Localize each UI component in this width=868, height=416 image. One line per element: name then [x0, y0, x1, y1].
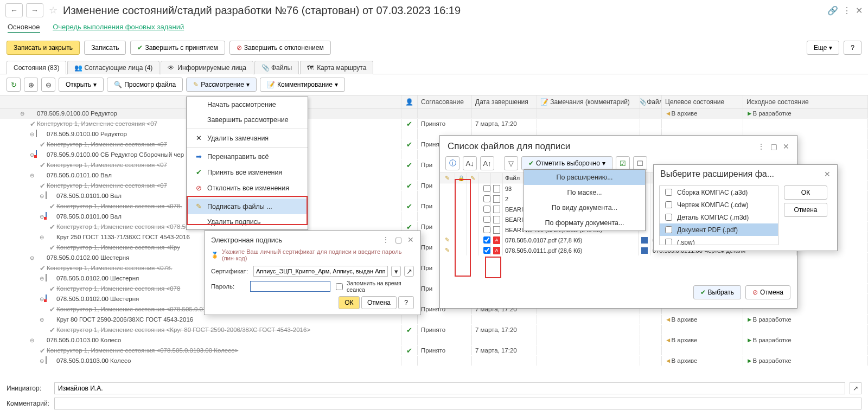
link-icon[interactable]: 🔗 [827, 5, 838, 16]
table-row[interactable]: ⊖Круг 80 ГОСТ 2590-2006/38ХС ГОСТ 4543-2… [0, 315, 868, 325]
close-icon[interactable]: ✕ [856, 5, 863, 16]
ext-checkbox[interactable] [665, 189, 672, 196]
sig-ok-button[interactable]: ОК [339, 296, 359, 309]
menu-accept-all[interactable]: ✔Принять все изменения [187, 164, 308, 180]
tree-toggle[interactable]: ⊖ [28, 131, 36, 137]
info-button[interactable]: ⓘ [445, 156, 459, 170]
ext-cancel-button[interactable]: Отмена [784, 203, 827, 217]
tree-toggle[interactable]: ⊖ [28, 172, 36, 178]
ext-item[interactable]: Чертеж КОМПАС (.cdw) [660, 199, 778, 211]
close-icon[interactable]: ✕ [824, 170, 831, 178]
tab-approvers[interactable]: 👥Согласующие лица (4) [67, 61, 159, 74]
mark-selective-button[interactable]: ✔Отметить выборочно ▾ [521, 156, 612, 170]
ext-checkbox[interactable] [665, 214, 672, 221]
menu-delete-signature[interactable]: Удалить подпись [187, 214, 308, 229]
more-button[interactable]: Еще ▾ [807, 41, 839, 55]
table-row[interactable]: ⊖078.505.0.0103.00 Колесо◄ В архиве► В р… [0, 356, 868, 366]
menu-forward-all[interactable]: ➡Перенаправить всё [187, 149, 308, 164]
files-cancel-button[interactable]: ⊘ Отмена [745, 285, 790, 299]
close-icon[interactable]: ✕ [407, 235, 414, 244]
tree-toggle[interactable]: ⊖ [38, 358, 46, 364]
tree-toggle[interactable]: ⊖ [38, 193, 46, 199]
favorite-star-icon[interactable]: ☆ [49, 4, 58, 16]
uncheck-all-button[interactable]: ☐ [633, 156, 647, 170]
more-vertical-icon[interactable]: ⋮ [757, 142, 765, 151]
table-row[interactable]: ✔Конструктор 1, Изменение состояния <078… [0, 345, 868, 356]
file-checkbox[interactable] [483, 247, 490, 254]
filter-button[interactable]: ▽ [504, 156, 518, 170]
review-dropdown-button[interactable]: Рассмотрение ▾ [186, 78, 257, 92]
collapse-button[interactable]: ⊖ [41, 78, 55, 92]
finish-reject-button[interactable]: ⊘Завершить с отклонением [229, 41, 331, 55]
menu-sign-files[interactable]: Подписать файлы ... [187, 199, 308, 214]
ext-item[interactable]: Сборка КОМПАС (.a3d) [660, 186, 778, 199]
file-checkbox[interactable] [483, 206, 490, 213]
ext-ok-button[interactable]: ОК [784, 185, 827, 200]
ext-item[interactable]: (.spw) [660, 236, 778, 245]
ext-checkbox[interactable] [665, 239, 672, 245]
preview-file-button[interactable]: 🔍Просмотр файла [107, 78, 183, 92]
tree-toggle[interactable]: ⊖ [38, 276, 46, 281]
cert-dropdown-button[interactable]: ▾ [391, 266, 401, 277]
table-row[interactable]: ✔Конструктор 1, Изменение состояния <07✔… [0, 119, 868, 129]
breadcrumb-queue-link[interactable]: Очередь выполнения фоновых заданий [53, 23, 184, 31]
check-all-button[interactable]: ☑ [616, 156, 630, 170]
initiator-input[interactable] [54, 382, 845, 394]
sig-help-button[interactable]: ? [398, 296, 414, 309]
extensions-list[interactable]: Сборка КОМПАС (.a3d)Чертеж КОМПАС (.cdw)… [659, 185, 778, 245]
mark-by-mask[interactable]: По маске... [524, 185, 645, 200]
more-vertical-icon[interactable]: ⋮ [382, 235, 390, 244]
tab-informed[interactable]: 👁Информируемые лица [161, 61, 253, 74]
menu-delete-notes[interactable]: ✕Удалить замечания [187, 130, 308, 146]
sig-cancel-button[interactable]: Отмена [361, 296, 397, 309]
nav-back-button[interactable]: ← [5, 3, 23, 17]
refresh-button[interactable]: ↻ [7, 78, 21, 92]
tree-toggle[interactable]: ⊖ [18, 111, 26, 117]
file-checkbox[interactable] [483, 185, 490, 192]
tree-toggle[interactable]: ⊖ [28, 255, 36, 261]
more-vertical-icon[interactable]: ⋮ [843, 5, 851, 16]
ext-item[interactable]: Документ PDF (.pdf) [660, 223, 778, 236]
password-input[interactable] [250, 281, 330, 292]
menu-finish-review[interactable]: Завершить рассмотрение [187, 112, 308, 127]
file-checkbox[interactable] [483, 226, 490, 233]
menu-reject-all[interactable]: ⊘Отклонить все изменения [187, 180, 308, 196]
close-icon[interactable]: ✕ [783, 142, 789, 151]
sort-za-button[interactable]: A↑ [480, 156, 494, 170]
finish-accept-button[interactable]: ✔Завершить с принятием [130, 41, 225, 55]
ext-checkbox[interactable] [665, 201, 672, 208]
nav-forward-button[interactable]: → [26, 3, 43, 17]
ext-checkbox[interactable] [665, 226, 672, 233]
save-and-close-button[interactable]: Записать и закрыть [7, 41, 80, 55]
initiator-open-button[interactable]: ↗ [850, 382, 861, 394]
maximize-icon[interactable]: ▢ [395, 235, 402, 244]
remember-checkbox[interactable] [336, 283, 343, 290]
ext-item[interactable]: Деталь КОМПАС (.m3d) [660, 211, 778, 223]
comment-dropdown-button[interactable]: 📝Комментирование ▾ [260, 78, 345, 92]
comment-input[interactable] [54, 398, 861, 409]
file-checkbox[interactable] [483, 236, 490, 244]
mark-by-format[interactable]: По формату документа... [524, 215, 645, 231]
table-row[interactable]: ⊖078.505.9.0100.00 Редуктор◄ В архиве► В… [0, 108, 868, 119]
save-button[interactable]: Записать [84, 41, 126, 55]
tab-route[interactable]: 🗺Карта маршрута [300, 61, 373, 74]
tree-toggle[interactable]: ⊖ [38, 234, 46, 240]
cert-open-button[interactable]: ↗ [404, 266, 414, 277]
maximize-icon[interactable]: ▢ [770, 142, 777, 151]
file-checkbox[interactable] [483, 195, 490, 202]
mark-by-extension[interactable]: По расширению... [524, 170, 645, 185]
mark-by-doctype[interactable]: По виду документа... [524, 200, 645, 215]
sort-az-button[interactable]: A↓ [463, 156, 477, 170]
menu-start-review[interactable]: Начать рассмотрение [187, 97, 308, 112]
breadcrumb-main[interactable]: Основное [8, 23, 40, 33]
cert-input[interactable] [253, 266, 388, 277]
files-select-button[interactable]: ✔ Выбрать [693, 285, 741, 299]
expand-button[interactable]: ⊕ [24, 78, 38, 92]
open-button[interactable]: Открыть ▾ [59, 78, 104, 92]
tab-states[interactable]: Состояния (83) [7, 61, 66, 74]
help-button[interactable]: ? [844, 41, 861, 55]
tab-files[interactable]: 📎Файлы [254, 61, 299, 74]
tree-toggle[interactable]: ⊖ [28, 337, 36, 343]
tree-toggle[interactable]: ⊖ [38, 317, 46, 323]
file-checkbox[interactable] [483, 216, 490, 223]
